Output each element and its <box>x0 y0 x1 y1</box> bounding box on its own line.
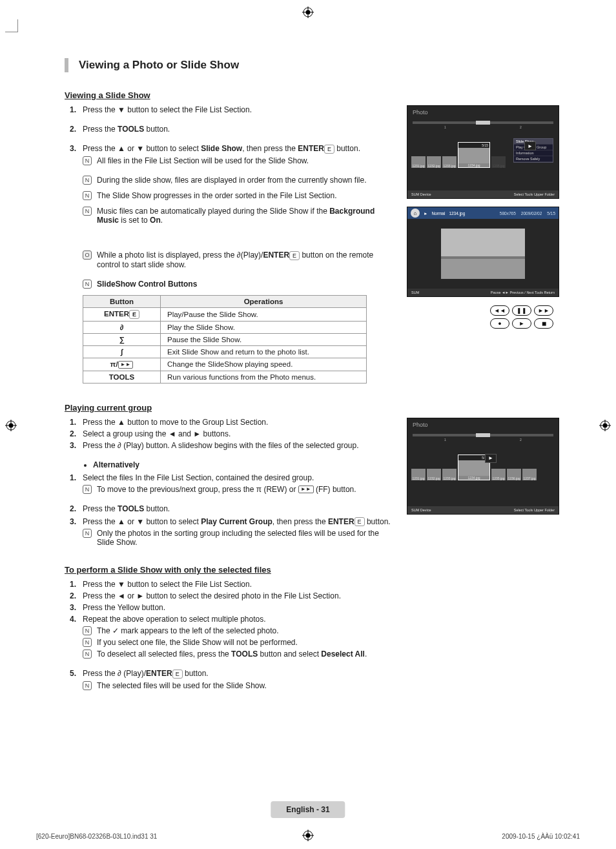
step-3: 3. Press the ▲ or ▼ button to select Sli… <box>83 144 398 165</box>
th-operations: Operations <box>161 295 367 307</box>
ss-footer-left: SUM Device <box>411 508 431 512</box>
note-text: To deselect all selected files, press th… <box>97 650 367 659</box>
registration-mark-right <box>599 420 611 431</box>
section-heading-selected: To perform a Slide Show with only the se… <box>65 565 562 575</box>
step-text: button. <box>334 144 360 153</box>
slideshow-controls-table: ButtonOperations ENTEREPlay/Pause the Sl… <box>83 295 367 384</box>
btn-enter: ENTERE <box>83 307 161 321</box>
btn-exit: ∫ <box>83 345 161 358</box>
step-text: Press the Yellow button. <box>83 603 165 612</box>
step-number: 1. <box>70 105 76 114</box>
step-1: 1. Press the ▼ button to select the File… <box>83 105 398 114</box>
ss-footer-right: Pause ◄► Previous / Next Tools Return <box>491 291 555 294</box>
ss-preview-image <box>441 229 525 279</box>
ss-footer-left: SUM Device <box>411 192 431 196</box>
print-meta-left: [620-Eeuro]BN68-02326B-03L10.ind31 31 <box>36 833 157 840</box>
page-title-bar: Viewing a Photo or Slide Show <box>65 58 562 72</box>
btn-pause: ∑ <box>83 333 161 345</box>
note-icon: N <box>83 626 92 635</box>
remote-ff-icon: ►► <box>534 305 553 316</box>
op-exit: Exit Slide Show and return to the photo … <box>161 345 367 358</box>
page-title: Viewing a Photo or Slide Show <box>79 59 239 72</box>
page-number: English - 31 <box>271 801 345 818</box>
remote-pause-icon: ❚❚ <box>512 305 531 316</box>
note-icon: N <box>83 638 92 647</box>
step-text: Press the ▲ button to move to the Group … <box>83 418 268 427</box>
remote-play-icon: ► <box>512 318 531 329</box>
note-text: During the slide show, files are display… <box>97 176 367 185</box>
ss-progress-bar <box>413 121 553 124</box>
btn-play: ∂ <box>83 321 161 333</box>
menu-item: Information <box>514 150 553 156</box>
ss-title: Photo <box>407 106 559 119</box>
note-icon: N <box>83 485 92 494</box>
step-text: Press the ▲ or ▼ button to select <box>83 144 201 153</box>
op-tools: Run various functions from the Photo men… <box>161 371 367 383</box>
btn-speed: π/►► <box>83 358 161 371</box>
th-button: Button <box>83 295 161 307</box>
op-pause: Pause the Slide Show. <box>161 333 367 345</box>
title-accent <box>65 58 68 72</box>
remote-rec-icon: ● <box>490 318 509 329</box>
step-number: 3. <box>70 144 76 153</box>
enter-icon: E <box>324 145 334 154</box>
note-icon: N <box>83 207 92 216</box>
note-text: To move to the previous/next group, pres… <box>97 485 356 494</box>
print-meta-right: 2009-10-15 ¿ÀÀü 10:02:41 <box>502 833 580 840</box>
ss-footer-right: Select Tools Upper Folder <box>514 192 555 196</box>
enter-icon: E <box>289 251 300 260</box>
note-icon: N <box>83 280 92 289</box>
step-text: Select the files In the File List Sectio… <box>83 473 314 482</box>
step-text: Press the ▲ or ▼ button to select Play C… <box>83 517 391 526</box>
note-sort: N The Slide Show progresses in the order… <box>83 191 398 200</box>
step-text: Press the ▼ button to select the File Li… <box>83 580 252 589</box>
home-icon: ⌂ <box>411 209 420 218</box>
ss-mode: Normal <box>431 211 445 216</box>
svg-point-7 <box>9 424 14 428</box>
ss-thumb-selected: 5/15 1234.jpg <box>458 142 490 168</box>
enter-icon: E <box>354 517 365 526</box>
step-number: 2. <box>70 125 76 134</box>
ss-thumb: 1236.jpg <box>507 469 521 480</box>
note-text: All files in the File List Section will … <box>97 156 309 165</box>
step-text: Select a group using the ◄ and ► buttons… <box>83 429 231 438</box>
tools-label: TOOLS <box>118 125 144 134</box>
tip-icon: O <box>83 251 92 260</box>
note-icon: N <box>83 681 92 690</box>
ss-date: 2009/02/02 <box>521 211 542 216</box>
note-icon: N <box>83 650 92 659</box>
ss-title: Photo <box>407 418 559 431</box>
ss-footer-right: Select Tools Upper Folder <box>514 508 555 512</box>
ss-play-icon: ► <box>524 141 536 150</box>
screenshot-photo-group: Photo 1 2 1231.jpg 1232.jpg 1233.jpg 5/1… <box>407 418 559 515</box>
ss-thumb: 1233.jpg <box>442 469 457 480</box>
ss-thumb: 1235.jpg <box>491 469 506 480</box>
registration-mark-left <box>5 420 17 431</box>
ss-idx: 5/15 <box>547 211 555 216</box>
note-order: N During the slide show, files are displ… <box>83 176 398 185</box>
note-text: If you select one file, the Slide Show w… <box>97 638 298 647</box>
slideshow-label: Slide Show <box>201 144 242 153</box>
note-icon: N <box>83 529 92 538</box>
remote-rew-icon: ◄◄ <box>490 305 509 316</box>
btn-tools: TOOLS <box>83 371 161 383</box>
note-icon: N <box>83 191 92 200</box>
screenshot-photo-list: Photo 1 2 1231.jpg 1232.jpg 1233.jpg 5/1… <box>407 105 559 199</box>
op-speed: Change the SlideShow playing speed. <box>161 358 367 371</box>
step-text: Repeat the above operation to select mul… <box>83 615 266 624</box>
screenshot-photo-view: ⌂ ► Normal 1234.jpg 580x765 2009/02/02 5… <box>407 207 559 297</box>
step-text: Press the ∂ (Play) button. A slideshow b… <box>83 441 359 450</box>
ss-thumb: 1232.jpg <box>427 156 441 168</box>
step-text: , then press the <box>242 144 298 153</box>
op-enter: Play/Pause the Slide Show. <box>161 307 367 321</box>
print-metadata: [620-Eeuro]BN68-02326B-03L10.ind31 31 20… <box>36 833 580 840</box>
enter-icon: E <box>172 670 183 679</box>
ss-res: 580x765 <box>500 211 516 216</box>
step-text: Press the ∂ (Play)/ENTERE button. <box>83 669 209 678</box>
svg-point-3 <box>306 10 311 15</box>
note-text: Only the photos in the sorting group inc… <box>97 529 398 547</box>
tip-play: O While a photo list is displayed, press… <box>83 251 398 269</box>
ss-thumb: 1235.jpg <box>491 156 506 168</box>
crop-mark-tl <box>5 19 18 32</box>
remote-stop-icon: ◼ <box>534 318 553 329</box>
